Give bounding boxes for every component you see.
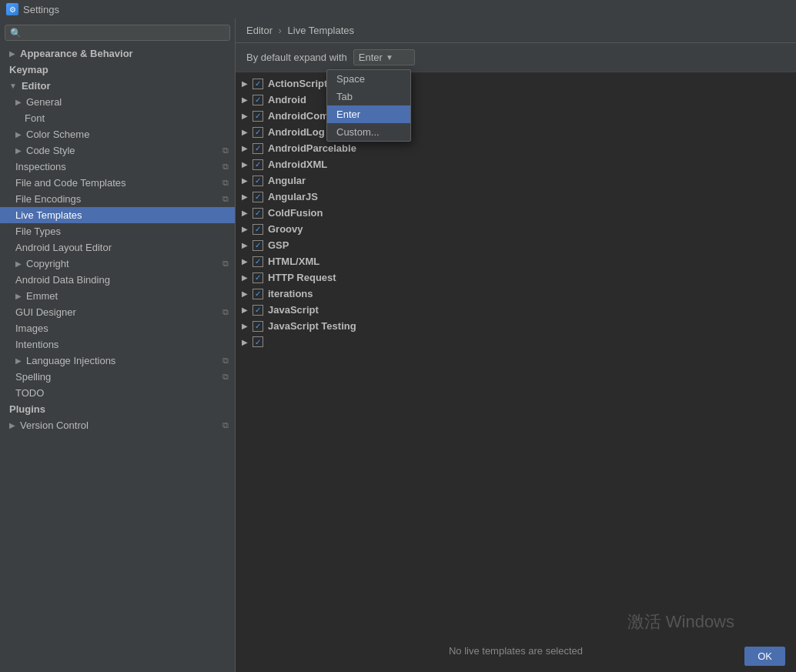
sidebar-item-code-style[interactable]: ▶ Code Style ⧉: [0, 142, 235, 159]
sidebar-item-file-code-templates[interactable]: File and Code Templates ⧉: [0, 175, 235, 191]
sidebar-item-version-control[interactable]: ▶ Version Control ⧉: [0, 417, 235, 433]
expand-arrow-icon: ▶: [242, 322, 248, 330]
sidebar-label-keymap: Keymap: [9, 64, 48, 75]
sidebar-item-inspections[interactable]: Inspections ⧉: [0, 159, 235, 175]
checkbox-androidparcelable[interactable]: ✓: [253, 143, 263, 154]
template-group-androidxml[interactable]: ▶ ✓ AndroidXML: [236, 156, 796, 172]
checkbox-gsp[interactable]: ✓: [253, 240, 263, 251]
dropdown-arrow-icon: ▼: [386, 53, 393, 62]
dropdown-option-custom[interactable]: Custom...: [327, 123, 410, 141]
sidebar-item-plugins[interactable]: Plugins: [0, 401, 235, 417]
checkbox-coldfusion[interactable]: ✓: [253, 208, 263, 219]
checkbox-groovy[interactable]: ✓: [253, 224, 263, 235]
chevron-right-icon: ▶: [9, 421, 15, 430]
sidebar-item-language-injections[interactable]: ▶ Language Injections ⧉: [0, 353, 235, 369]
group-name-androidparcelable: AndroidParcelable: [268, 142, 356, 154]
sidebar-label-live-templates: Live Templates: [15, 209, 82, 221]
expand-arrow-icon: ▶: [242, 209, 248, 217]
expand-arrow-icon: ▶: [242, 257, 248, 266]
sidebar-item-intentions[interactable]: Intentions: [0, 336, 235, 353]
sidebar-label-intentions: Intentions: [15, 339, 59, 350]
expand-dropdown[interactable]: Enter ▼: [353, 49, 415, 65]
search-input[interactable]: [25, 27, 225, 38]
sidebar-item-android-layout-editor[interactable]: Android Layout Editor: [0, 239, 235, 256]
template-group-javascript-testing[interactable]: ▶ ✓ JavaScript Testing: [236, 318, 796, 334]
checkbox-jsp[interactable]: ✓: [253, 336, 263, 347]
breadcrumb: Editor › Live Templates: [236, 18, 796, 43]
expand-arrow-icon: ▶: [242, 241, 248, 249]
template-group-angular[interactable]: ▶ ✓ Angular: [236, 172, 796, 189]
checkbox-javascript-testing[interactable]: ✓: [253, 321, 263, 332]
chevron-right-icon: ▶: [9, 49, 15, 58]
checkbox-android[interactable]: ✓: [253, 95, 263, 105]
template-group-htmlxml[interactable]: ▶ ✓ HTML/XML: [236, 253, 796, 269]
sidebar-label-file-code-templates: File and Code Templates: [15, 177, 126, 189]
sidebar-item-general[interactable]: ▶ General: [0, 94, 235, 110]
expand-arrow-icon: ▶: [242, 225, 248, 233]
template-group-coldfusion[interactable]: ▶ ✓ ColdFusion: [236, 205, 796, 221]
sidebar-item-images[interactable]: Images: [0, 320, 235, 336]
dropdown-option-tab[interactable]: Tab: [327, 88, 410, 105]
search-icon: 🔍: [10, 28, 22, 38]
checkbox-htmlxml[interactable]: ✓: [253, 256, 263, 267]
sidebar-item-android-data-binding[interactable]: Android Data Binding: [0, 272, 235, 288]
sidebar-label-inspections: Inspections: [15, 161, 66, 172]
template-group-actionscript[interactable]: ▶ ✓ ActionScript: [236, 75, 796, 92]
sidebar-item-file-types[interactable]: File Types: [0, 223, 235, 239]
expand-arrow-icon: ▶: [242, 112, 248, 120]
search-box[interactable]: 🔍: [5, 25, 230, 41]
sidebar-label-appearance: Appearance & Behavior: [20, 48, 133, 59]
ok-button[interactable]: OK: [744, 647, 785, 666]
template-group-jsp[interactable]: ▶ ✓: [236, 334, 796, 349]
sidebar-item-copyright[interactable]: ▶ Copyright ⧉: [0, 256, 235, 272]
sidebar-item-emmet[interactable]: ▶ Emmet: [0, 288, 235, 304]
template-group-javascript[interactable]: ▶ ✓ JavaScript: [236, 302, 796, 318]
checkbox-javascript[interactable]: ✓: [253, 305, 263, 316]
sidebar-item-appearance[interactable]: ▶ Appearance & Behavior: [0, 45, 235, 62]
checkbox-httprequest[interactable]: ✓: [253, 272, 263, 283]
dropdown-option-space[interactable]: Space: [327, 70, 410, 88]
checkbox-androidxml[interactable]: ✓: [253, 159, 263, 170]
template-group-angularjs[interactable]: ▶ ✓ AngularJS: [236, 189, 796, 205]
no-selection-text: No live templates are selected: [236, 630, 796, 672]
sidebar-item-color-scheme[interactable]: ▶ Color Scheme: [0, 126, 235, 142]
checkbox-androidcomme[interactable]: ✓: [253, 111, 263, 122]
toolbar: By default expand with Enter ▼ Space Tab…: [236, 43, 796, 72]
sidebar-item-todo[interactable]: TODO: [0, 385, 235, 401]
checkbox-actionscript[interactable]: ✓: [253, 79, 263, 89]
template-group-androidlog[interactable]: ▶ ✓ AndroidLog: [236, 124, 796, 140]
sidebar-item-font[interactable]: Font: [0, 110, 235, 126]
checkbox-iterations[interactable]: ✓: [253, 289, 263, 299]
template-group-iterations[interactable]: ▶ ✓ iterations: [236, 286, 796, 302]
group-name-angular: Angular: [268, 175, 306, 186]
expand-arrow-icon: ▶: [242, 289, 248, 298]
sidebar-item-gui-designer[interactable]: GUI Designer ⧉: [0, 304, 235, 320]
dropdown-menu: Space Tab Enter Custom...: [326, 69, 411, 142]
template-group-httprequest[interactable]: ▶ ✓ HTTP Request: [236, 269, 796, 286]
sidebar-label-version-control: Version Control: [20, 420, 89, 431]
checkbox-angular[interactable]: ✓: [253, 176, 263, 186]
sidebar-item-live-templates[interactable]: Live Templates: [0, 207, 235, 223]
sidebar-item-editor[interactable]: ▼ Editor: [0, 78, 235, 94]
template-group-gsp[interactable]: ▶ ✓ GSP: [236, 237, 796, 253]
chevron-right-icon: ▶: [15, 259, 22, 268]
content-area: ▶ ✓ ActionScript ▶ ✓ Android ▶ ✓ Android…: [236, 72, 796, 672]
window-title: Settings: [23, 4, 59, 15]
sidebar-item-keymap[interactable]: Keymap: [0, 62, 235, 78]
chevron-right-icon: ▶: [15, 292, 22, 300]
sidebar-item-file-encodings[interactable]: File Encodings ⧉: [0, 191, 235, 207]
breadcrumb-separator: ›: [279, 25, 285, 36]
group-name-groovy: Groovy: [268, 223, 303, 235]
copy-icon: ⧉: [222, 307, 229, 317]
template-group-androidcomme[interactable]: ▶ ✓ AndroidComme: [236, 108, 796, 124]
group-name-coldfusion: ColdFusion: [268, 207, 323, 219]
group-name-android: Android: [268, 94, 306, 105]
checkbox-angularjs[interactable]: ✓: [253, 192, 263, 202]
template-group-android[interactable]: ▶ ✓ Android: [236, 92, 796, 108]
checkbox-androidlog[interactable]: ✓: [253, 127, 263, 138]
sidebar-item-spelling[interactable]: Spelling ⧉: [0, 369, 235, 385]
copy-icon: ⧉: [222, 145, 229, 155]
template-group-groovy[interactable]: ▶ ✓ Groovy: [236, 221, 796, 237]
dropdown-option-enter[interactable]: Enter: [327, 105, 410, 123]
template-group-androidparcelable[interactable]: ▶ ✓ AndroidParcelable: [236, 140, 796, 156]
